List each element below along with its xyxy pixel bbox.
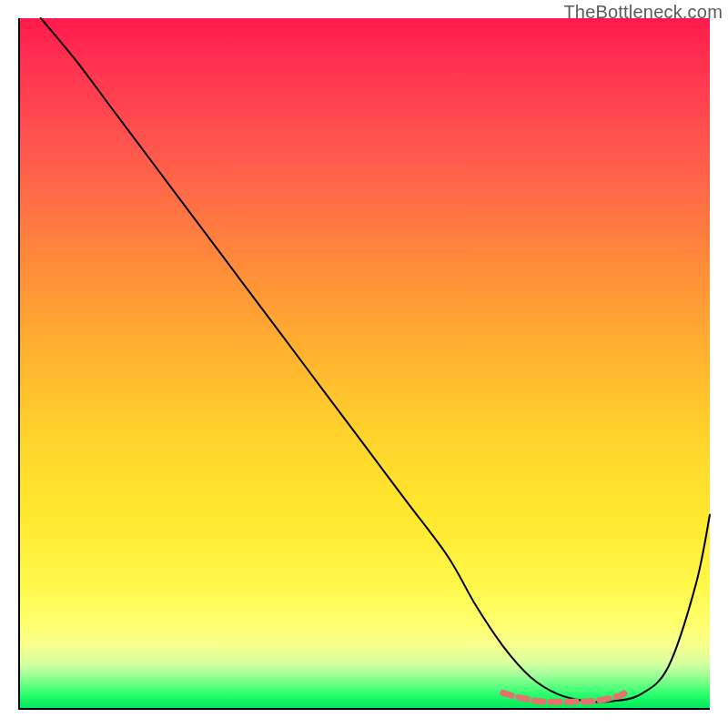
chart-svg xyxy=(20,18,710,708)
chart-container: TheBottleneck.com xyxy=(0,0,728,728)
plot-area xyxy=(18,18,710,710)
bottleneck-curve xyxy=(41,18,710,702)
